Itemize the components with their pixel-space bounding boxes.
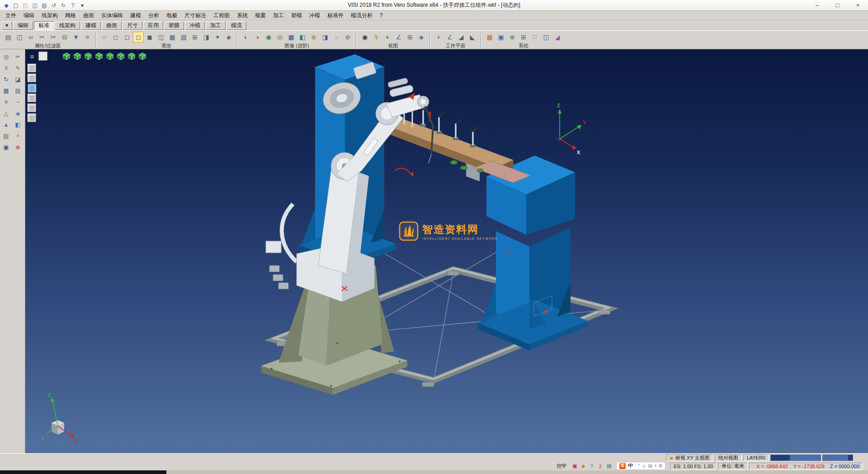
sketch-icon[interactable]: ✎ — [13, 63, 23, 73]
viewport-menu-icon[interactable]: ≡ — [28, 52, 37, 61]
app-logo-icon[interactable]: ◆ — [2, 1, 11, 10]
highlight-icon[interactable]: ✦ — [212, 32, 223, 43]
menu-item[interactable]: 工程图 — [210, 11, 233, 20]
hatch-icon[interactable]: ▨ — [1, 131, 11, 141]
point-display-icon[interactable]: ○ — [99, 32, 110, 43]
menu-item[interactable]: 尺寸标注 — [181, 11, 210, 20]
mesh-display-icon[interactable]: ▧ — [178, 32, 189, 43]
display-filter-5[interactable]: ◫ — [28, 104, 36, 112]
selection-options-icon[interactable]: ≡ — [82, 32, 93, 43]
render-right-icon[interactable]: ◑ — [252, 32, 263, 43]
shaded-mode-icon[interactable]: ◻ — [133, 32, 144, 43]
display-filter-6[interactable]: ◫ — [28, 114, 36, 122]
tab-flow[interactable]: 模流 — [226, 21, 246, 30]
workplane-3pt-icon[interactable]: ◣ — [467, 32, 478, 43]
light-source-icon[interactable]: ⊕ — [308, 32, 319, 43]
render-ring-icon[interactable]: ◎ — [274, 32, 285, 43]
tab-die[interactable]: 冲模 — [185, 21, 205, 30]
solid-box-icon[interactable]: ▦ — [167, 32, 178, 43]
filter-icon[interactable]: ▼ — [71, 32, 81, 43]
color-palette-icon[interactable]: ▦ — [484, 32, 495, 43]
rendered-mode-icon[interactable]: ◼ — [144, 32, 155, 43]
menu-item[interactable]: 曲面 — [80, 11, 98, 20]
ime-fullhalf-icon[interactable]: ° — [638, 463, 640, 468]
star-icon[interactable]: ✦ — [13, 131, 23, 141]
dynamic-view-icon[interactable]: ↯ — [371, 32, 382, 43]
display-filter-2[interactable]: ◫ — [28, 74, 36, 82]
workplane-align-icon[interactable]: ∠ — [444, 32, 455, 43]
bounding-box-icon[interactable]: ⊞ — [189, 32, 200, 43]
ime-punctuation-icon[interactable]: ’ — [635, 463, 636, 468]
tab-modeling[interactable]: 建模 — [81, 21, 101, 30]
menu-item[interactable]: 塑模 — [288, 11, 306, 20]
tray-count-badge[interactable]: 2 — [597, 463, 604, 470]
pinned-app-label[interactable]: 控宇 — [554, 463, 569, 469]
menu-item[interactable]: 冲模 — [306, 11, 324, 20]
menu-item[interactable]: 分析 — [145, 11, 163, 20]
view-isometric-button[interactable] — [62, 52, 71, 61]
view-back-button[interactable] — [105, 52, 114, 61]
snap-grid-icon[interactable]: # — [1, 63, 11, 73]
tray-security-icon[interactable]: ▣ — [571, 463, 578, 470]
cut-icon[interactable]: ✂ — [13, 52, 23, 62]
ime-grid-icon[interactable]: ⊞ — [659, 463, 662, 468]
menu-item[interactable]: 标准件 — [324, 11, 347, 20]
render-left-icon[interactable]: ◐ — [241, 32, 251, 43]
wireframe-mode-icon[interactable]: ◻ — [110, 32, 121, 43]
view-indicator[interactable]: ◉ 俯视 XY 主视图 — [666, 454, 713, 461]
tray-keyboard-icon[interactable]: ▤ — [605, 463, 613, 470]
close-button[interactable]: × — [848, 0, 868, 10]
menu-item[interactable]: 系统 — [233, 11, 251, 20]
ime-toolbox-icon[interactable]: + — [654, 463, 657, 468]
menu-item[interactable]: 视窗 — [251, 11, 269, 20]
rotate-icon[interactable]: ↻ — [1, 74, 11, 84]
quickbar-dropdown-icon[interactable]: ▾ — [78, 1, 87, 10]
view-left-button[interactable] — [116, 52, 125, 61]
pan-icon[interactable]: + — [382, 32, 393, 43]
grid-icon[interactable]: ⊞ — [518, 32, 529, 43]
tab-mold[interactable]: 塑膜 — [164, 21, 184, 30]
sheet-icon[interactable]: ▤ — [13, 85, 23, 95]
zoom-extents-icon[interactable]: ◉ — [359, 32, 370, 43]
minimize-button[interactable]: – — [807, 0, 827, 10]
copy-properties-icon[interactable]: ◫ — [14, 32, 25, 43]
help-icon[interactable]: ? — [68, 1, 77, 10]
erase-icon[interactable]: ◪ — [13, 74, 23, 84]
print-icon[interactable]: ▤ — [40, 1, 49, 10]
menu-item[interactable]: 加工 — [269, 11, 288, 20]
prism-icon[interactable]: ▲ — [1, 119, 11, 129]
gem-display-icon[interactable]: ◈ — [223, 32, 234, 43]
tab-wireframe[interactable]: 线架构 — [55, 21, 80, 30]
view-front-button[interactable] — [84, 52, 93, 61]
display-filter-1[interactable]: ◫ — [28, 64, 36, 72]
transparency-icon[interactable]: ○ — [331, 32, 342, 43]
tab-machining[interactable]: 加工 — [206, 21, 226, 30]
layer-button[interactable]: LAYER0 — [743, 454, 769, 461]
perspective-icon[interactable]: ◈ — [416, 32, 427, 43]
render-full-icon[interactable]: ◉ — [263, 32, 274, 43]
menu-item[interactable]: 实体编辑 — [98, 11, 127, 20]
menu-item[interactable]: 编辑 — [20, 11, 38, 20]
material-icon[interactable]: ◨ — [320, 32, 330, 43]
workplane-face-icon[interactable]: ◢ — [456, 32, 467, 43]
half-shade-icon[interactable]: ◧ — [297, 32, 308, 43]
ime-language-toggle[interactable]: 中 — [628, 462, 633, 469]
section-icon[interactable]: ◨ — [201, 32, 212, 43]
view-options-button[interactable] — [38, 52, 47, 61]
horizontal-scrollbar[interactable] — [0, 470, 166, 474]
tab-edit[interactable]: 编辑 — [13, 21, 33, 30]
properties-icon[interactable]: ▤ — [3, 32, 14, 43]
redo-icon[interactable]: ↻ — [59, 1, 68, 10]
menu-item[interactable]: 线架构 — [38, 11, 61, 20]
open-folder-icon[interactable]: ◰ — [21, 1, 30, 10]
display-filter-4[interactable]: ◫ — [28, 94, 36, 102]
view-right-button[interactable] — [94, 52, 104, 61]
work-plane-icon[interactable]: ◢ — [552, 32, 563, 43]
toolbar-dropdown-button[interactable]: ▾ — [1, 21, 12, 30]
matrix-icon[interactable]: ∷ — [529, 32, 540, 43]
rotate-view-icon[interactable]: ∠ — [393, 32, 404, 43]
view-bottom-button[interactable] — [127, 52, 136, 61]
3d-model-canvas[interactable]: S S — [25, 49, 868, 453]
new-file-icon[interactable]: ▢ — [11, 1, 20, 10]
measure-icon[interactable]: △ — [1, 108, 11, 118]
